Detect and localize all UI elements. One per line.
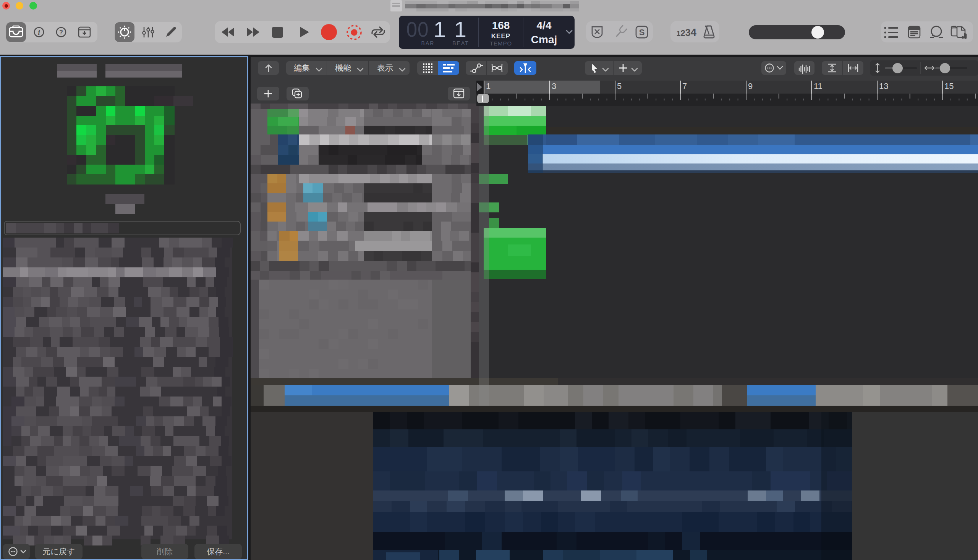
svg-text:i: i xyxy=(38,28,40,36)
svg-text:S: S xyxy=(639,28,645,37)
svg-text:?: ? xyxy=(59,29,63,35)
